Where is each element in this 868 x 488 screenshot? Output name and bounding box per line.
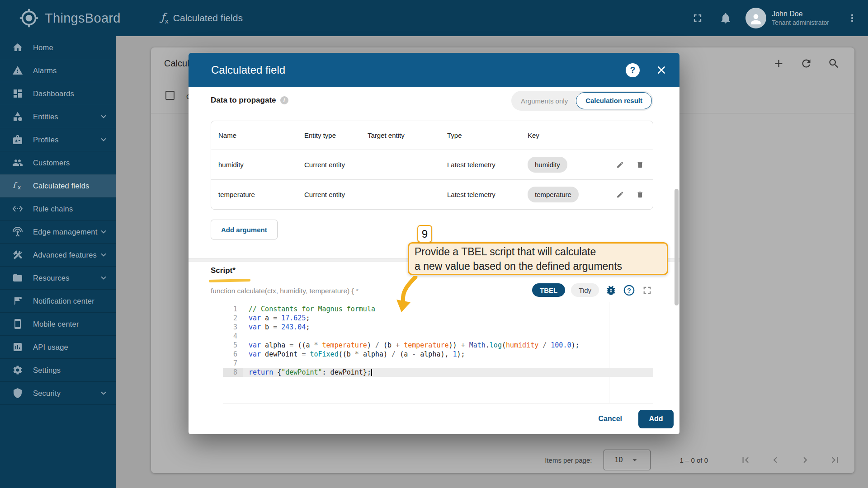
sidebar-item-calculated-fields[interactable]: fxCalculated fields: [0, 174, 116, 197]
argument-name: temperature: [218, 191, 304, 198]
dialog-title: Calculated field: [211, 64, 626, 76]
sidebar-item-rule-chains[interactable]: Rule chains: [0, 197, 116, 221]
table-row: temperatureCurrent entityLatest telemetr…: [211, 179, 653, 209]
notification-icon: [12, 296, 23, 306]
thingsboard-logo[interactable]: ThingsBoard: [19, 0, 121, 36]
code-line: 6var dewPoint = toFixed((b * alpha) / (a…: [223, 350, 653, 359]
key-chip: humidity: [528, 157, 567, 173]
delete-argument-button[interactable]: [636, 161, 644, 169]
add-button[interactable]: Add: [638, 410, 674, 428]
toggle-calculation-result[interactable]: Calculation result: [576, 92, 652, 109]
fullscreen-icon[interactable]: [691, 12, 704, 24]
argument-type: Latest telemetry: [447, 161, 528, 169]
chevron-down-icon: [99, 388, 108, 398]
sidebar-item-dashboards[interactable]: Dashboards: [0, 82, 116, 105]
fx-icon: fx: [12, 180, 23, 191]
code-line: 1// Constants for Magnus formula: [223, 305, 653, 314]
chevron-down-icon: [99, 135, 108, 145]
sidebar-item-mobile-center[interactable]: Mobile center: [0, 313, 116, 336]
help-circle-icon[interactable]: ?: [623, 284, 635, 296]
sidebar-item-home[interactable]: Home: [0, 36, 116, 59]
customers-icon: [12, 157, 23, 168]
edit-argument-button[interactable]: [616, 161, 624, 169]
function-signature-hint: function calculate(ctx, humidity, temper…: [211, 287, 359, 295]
settings-icon: [12, 365, 23, 375]
code-line: 8return {"dewPoint": dewPoint};: [223, 368, 653, 377]
modal-scrollbar-thumb[interactable]: [675, 189, 679, 305]
script-label: Script*: [211, 266, 236, 275]
argument-type: Latest telemetry: [447, 191, 528, 198]
avatar[interactable]: [745, 8, 766, 28]
toggle-arguments-only[interactable]: Arguments only: [513, 97, 576, 105]
tidy-button[interactable]: Tidy: [571, 283, 599, 297]
sidebar-item-entities[interactable]: Entities: [0, 105, 116, 128]
advanced-icon: [12, 249, 23, 260]
line-number: 1: [223, 305, 243, 314]
expand-editor-icon[interactable]: [641, 284, 653, 296]
more-vert-icon[interactable]: [846, 12, 858, 24]
delete-argument-button[interactable]: [636, 191, 644, 199]
line-number: 8: [223, 368, 243, 377]
code-line: 4: [223, 332, 653, 341]
sidebar-item-label: Alarms: [33, 66, 108, 75]
api-icon: [12, 342, 23, 352]
argument-name: humidity: [218, 161, 304, 169]
user-role: Tenant administrator: [772, 19, 829, 27]
notifications-bell-icon[interactable]: [719, 12, 732, 24]
script-code-editor[interactable]: 1// Constants for Magnus formula2var a =…: [223, 302, 653, 404]
sidebar-item-label: Customers: [33, 159, 108, 167]
alarms-icon: [12, 65, 23, 76]
sidebar-item-profiles[interactable]: Profiles: [0, 128, 116, 151]
sidebar-item-security[interactable]: Security: [0, 382, 116, 405]
sidebar-item-label: Rule chains: [33, 205, 108, 213]
sidebar-item-notification-center[interactable]: Notification center: [0, 290, 116, 313]
line-number: 4: [223, 332, 243, 341]
argument-entity-type: Current entity: [304, 191, 368, 198]
sidebar-item-label: Mobile center: [33, 320, 108, 328]
sidebar-item-label: Dashboards: [33, 89, 108, 98]
top-right-actions: John Doe Tenant administrator: [691, 0, 868, 36]
sidebar-item-settings[interactable]: Settings: [0, 359, 116, 382]
lang-tbel-button[interactable]: TBEL: [532, 283, 565, 297]
cancel-button[interactable]: Cancel: [592, 411, 628, 427]
tutorial-arrow-icon: [392, 276, 419, 313]
chevron-down-icon: [99, 250, 108, 260]
dialog-header: Calculated field ?: [189, 53, 679, 87]
sidebar-item-label: Advanced features: [33, 251, 99, 259]
sidebar-item-label: Profiles: [33, 136, 99, 144]
code-line: 5var alpha = ((a * temperature) / (b + t…: [223, 341, 653, 350]
data-to-propagate-label: Data to propagate: [211, 96, 276, 105]
propagate-toggle-group: Arguments only Calculation result: [511, 91, 653, 111]
dialog-footer: Cancel Add: [189, 404, 679, 434]
rulechains-icon: [12, 203, 23, 214]
sidebar-item-api-usage[interactable]: API usage: [0, 336, 116, 359]
logo-text: ThingsBoard: [45, 11, 121, 26]
edit-argument-button[interactable]: [616, 191, 624, 199]
sidebar-item-customers[interactable]: Customers: [0, 151, 116, 174]
dialog-help-button[interactable]: ?: [626, 63, 640, 77]
sidebar-item-edge-management[interactable]: Edge management: [0, 221, 116, 244]
calculated-field-dialog: Calculated field ? Data to propagate i A…: [189, 53, 679, 434]
sidebar-item-alarms[interactable]: Alarms: [0, 59, 116, 82]
line-number: 5: [223, 341, 243, 350]
add-argument-button[interactable]: Add argument: [211, 220, 278, 239]
arguments-table: Name Entity type Target entity Type Key …: [211, 121, 653, 210]
close-icon[interactable]: [655, 64, 668, 76]
line-number: 7: [223, 359, 243, 368]
sidebar-item-label: Calculated fields: [33, 182, 108, 190]
line-number: 6: [223, 350, 243, 359]
code-line: 3var b = 243.04;: [223, 323, 653, 332]
chevron-down-icon: [99, 273, 108, 283]
code-editor-lines: 1// Constants for Magnus formula2var a =…: [223, 302, 653, 377]
sidebar-item-label: Home: [33, 43, 108, 52]
sidebar-item-label: Settings: [33, 366, 108, 375]
svg-text:x: x: [18, 184, 21, 191]
debug-icon[interactable]: [605, 284, 617, 296]
user-name: John Doe: [772, 9, 829, 19]
text-cursor: [371, 369, 372, 376]
sidebar-item-resources[interactable]: Resources: [0, 267, 116, 290]
user-block[interactable]: John Doe Tenant administrator: [772, 9, 829, 27]
marker-underline: [209, 279, 250, 282]
sidebar-item-advanced-features[interactable]: Advanced features: [0, 244, 116, 267]
security-icon: [12, 388, 23, 399]
